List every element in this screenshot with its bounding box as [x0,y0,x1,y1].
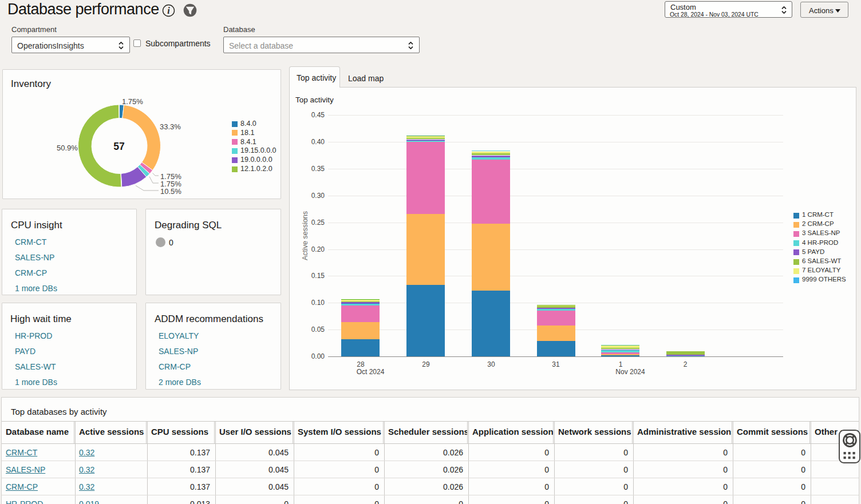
svg-text:i: i [167,6,170,15]
